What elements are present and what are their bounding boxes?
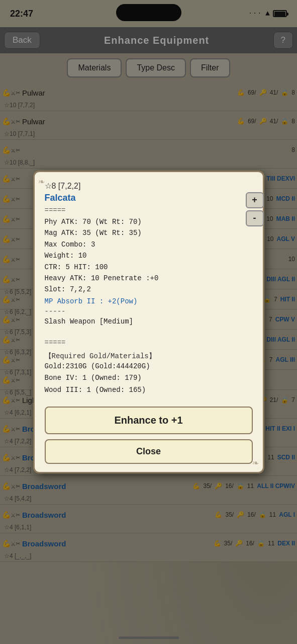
modal-divider-2: ----- (45, 307, 253, 315)
modal-plus-minus-controls: + - (246, 192, 264, 226)
modal-divider-1: ===== (45, 206, 253, 214)
enhance-to-button[interactable]: Enhance to +1 (45, 407, 253, 434)
modal-overlay: + - ☆8 [7,2,2] Falcata ===== Phy ATK: 70… (0, 0, 297, 644)
modal-req-header: 【Required Gold/Materials】 (45, 352, 253, 361)
modal-max-combo: Max Combo: 3 (45, 239, 253, 250)
close-button[interactable]: Close (45, 439, 253, 464)
modal-item-name: Falcata (45, 193, 253, 203)
modal-ctr-hit: CTR: 5 HIT: 100 (45, 262, 253, 273)
modal-heavy-atk: Heavy ATK: 10 Penetrate :+0 (45, 273, 253, 284)
modal-actions: Enhance to +1 Close (45, 407, 253, 464)
modal-bone-iv: Bone IV: 1 (Owned: 179) (45, 372, 253, 384)
modal-skill: MP Absorb II : +2(Pow) (45, 297, 253, 305)
plus-button[interactable]: + (246, 192, 264, 208)
modal-slot: Slot: 7,2,2 (45, 284, 253, 295)
scroll-indicator[interactable] (119, 636, 179, 639)
modal-divider-3: ===== (45, 339, 253, 347)
modal-gold: Gold:2310G (Gold:444420G) (45, 361, 253, 373)
modal-item-level: ☆8 [7,2,2] (45, 181, 253, 191)
minus-button[interactable]: - (246, 210, 264, 226)
modal-mag-atk: Mag ATK: 35 (Wt Rt: 35) (45, 227, 253, 238)
modal-weight: Weight: 10 (45, 250, 253, 261)
modal-wood-iii: Wood III: 1 (Owned: 165) (45, 384, 253, 396)
modal-type: Slash Weapon [Medium] (45, 317, 253, 326)
modal-requirements: 【Required Gold/Materials】 Gold:2310G (Go… (45, 352, 253, 396)
modal-dialog: + - ☆8 [7,2,2] Falcata ===== Phy ATK: 70… (33, 171, 264, 473)
modal-phy-atk: Phy ATK: 70 (Wt Rt: 70) (45, 216, 253, 227)
